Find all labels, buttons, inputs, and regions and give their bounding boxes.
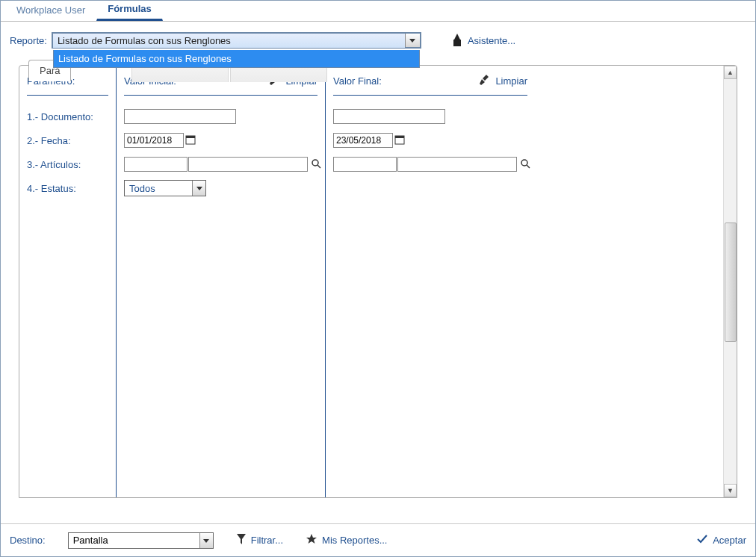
fecha-final-input[interactable] <box>333 133 393 148</box>
top-tabs: Workplace User Fórmulas <box>1 1 755 22</box>
calendar-icon[interactable] <box>185 134 196 147</box>
sub-tabs-area: Pará Parámetro: 1.- Documento: 2.- Fecha… <box>1 65 755 498</box>
valor-inicial-column: Valor Inicial: Limpiar <box>117 66 326 497</box>
params-panel: Pará Parámetro: 1.- Documento: 2.- Fecha… <box>19 65 737 498</box>
svg-point-8 <box>521 160 527 166</box>
articulos-final-code-input[interactable] <box>333 157 397 172</box>
destino-value: Pantalla <box>69 533 199 547</box>
documento-final-input[interactable] <box>333 109 445 124</box>
valor-final-column: Valor Final: Limpiar <box>326 66 535 497</box>
svg-marker-0 <box>409 39 415 43</box>
destino-select[interactable]: Pantalla <box>68 532 214 549</box>
aceptar-label: Aceptar <box>713 535 746 546</box>
asistente-label: Asistente... <box>468 35 515 46</box>
limpiar-final-label: Limpiar <box>495 75 527 87</box>
footer: Destino: Pantalla Filtrar... Mis Reporte… <box>1 523 755 556</box>
star-icon <box>306 533 317 547</box>
param-fecha-label: 2.- Fecha: <box>27 128 108 152</box>
fecha-inicial-input[interactable] <box>124 133 184 148</box>
broom-icon <box>479 73 492 89</box>
estatus-value: Todos <box>125 181 192 196</box>
report-dropdown-list: Listado de Formulas con sus Renglones <box>53 50 420 68</box>
vertical-scrollbar[interactable]: ▲ ▼ <box>723 66 737 497</box>
mis-reportes-label: Mis Reportes... <box>322 535 387 546</box>
check-icon <box>696 533 708 547</box>
svg-marker-5 <box>196 187 202 190</box>
svg-line-9 <box>527 165 530 168</box>
search-icon[interactable] <box>311 158 321 171</box>
svg-point-3 <box>312 160 318 166</box>
report-option-0[interactable]: Listado de Formulas con sus Renglones <box>54 50 419 67</box>
scroll-up-icon[interactable]: ▲ <box>724 66 737 79</box>
svg-rect-2 <box>186 136 195 138</box>
scroll-down-icon[interactable]: ▼ <box>724 484 737 497</box>
param-documento-label: 1.- Documento: <box>27 105 108 128</box>
limpiar-final-button[interactable]: Limpiar <box>479 73 527 89</box>
tab-formulas[interactable]: Fórmulas <box>96 0 163 21</box>
articulos-final-desc-input[interactable] <box>397 157 517 172</box>
tab-workplace-user[interactable]: Workplace User <box>5 0 96 21</box>
svg-marker-10 <box>203 539 209 543</box>
estatus-select[interactable]: Todos <box>124 180 206 196</box>
scroll-thumb[interactable] <box>725 223 737 342</box>
calendar-icon[interactable] <box>394 134 405 147</box>
param-articulos-label: 3.- Artículos: <box>27 152 108 176</box>
app-frame: Workplace User Fórmulas Reporte: Listado… <box>0 0 756 557</box>
articulos-inicial-code-input[interactable] <box>124 157 188 172</box>
mis-reportes-button[interactable]: Mis Reportes... <box>306 533 387 547</box>
svg-line-4 <box>317 165 320 168</box>
report-select[interactable]: Listado de Formulas con sus Renglones Li… <box>52 32 421 49</box>
param-estatus-label: 4.- Estatus: <box>27 176 108 200</box>
asistente-button[interactable]: Asistente... <box>451 33 515 49</box>
aceptar-button[interactable]: Aceptar <box>696 533 746 547</box>
param-label-column: Parámetro: 1.- Documento: 2.- Fecha: 3.-… <box>19 66 117 497</box>
valor-final-header: Valor Final: Limpiar <box>333 75 527 96</box>
svg-rect-7 <box>395 136 404 138</box>
filtrar-button[interactable]: Filtrar... <box>236 533 283 547</box>
report-row: Reporte: Listado de Formulas con sus Ren… <box>1 22 755 56</box>
valor-final-header-text: Valor Final: <box>333 75 382 87</box>
dropdown-arrow-icon[interactable] <box>405 34 420 47</box>
search-icon[interactable] <box>520 158 530 171</box>
funnel-icon <box>236 533 247 547</box>
report-selected-value: Listado de Formulas con sus Renglones <box>53 34 405 48</box>
report-label: Reporte: <box>10 35 47 46</box>
chevron-down-icon <box>192 181 205 196</box>
wizard-icon <box>451 33 463 49</box>
articulos-inicial-desc-input[interactable] <box>188 157 308 172</box>
documento-inicial-input[interactable] <box>124 109 236 124</box>
filtrar-label: Filtrar... <box>251 535 283 546</box>
destino-label: Destino: <box>10 535 46 546</box>
chevron-down-icon <box>199 533 213 548</box>
